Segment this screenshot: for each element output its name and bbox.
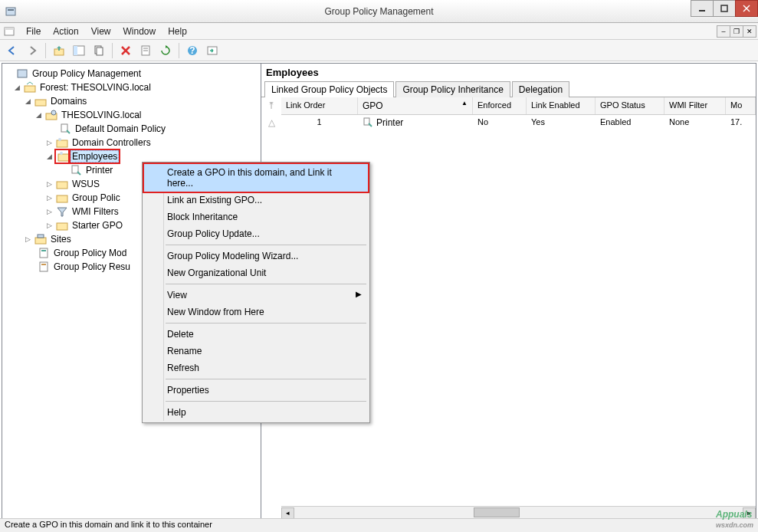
expand-icon[interactable]: ▷ bbox=[45, 194, 54, 202]
expand-icon[interactable]: ▷ bbox=[24, 235, 32, 244]
tree-domain[interactable]: ◢ THESOLVING.local bbox=[2, 108, 261, 122]
col-link-order[interactable]: Link Order bbox=[281, 97, 358, 114]
tree-forest[interactable]: ◢ Forest: THESOLVING.local bbox=[2, 80, 261, 94]
tab-delegation[interactable]: Delegation bbox=[512, 81, 569, 97]
scroll-left-button[interactable]: ◂ bbox=[281, 507, 294, 519]
ctx-new-ou[interactable]: New Organizational Unit bbox=[144, 264, 368, 281]
svg-rect-3 bbox=[721, 5, 727, 11]
collapse-icon[interactable]: ◢ bbox=[13, 84, 21, 92]
col-gpo[interactable]: GPO▲ bbox=[358, 97, 473, 114]
export-button[interactable] bbox=[203, 41, 221, 60]
status-bar: Create a GPO in this domain and link it … bbox=[0, 518, 758, 532]
menu-window[interactable]: Window bbox=[117, 25, 162, 38]
svg-rect-23 bbox=[35, 100, 46, 106]
ctx-rename[interactable]: Rename bbox=[144, 343, 368, 360]
tree-default-policy[interactable]: Default Domain Policy bbox=[2, 122, 261, 136]
submenu-arrow-icon: ▶ bbox=[356, 290, 362, 298]
cell-order: 1 bbox=[281, 115, 358, 130]
collapse-icon[interactable]: ◢ bbox=[34, 111, 43, 120]
expand-icon[interactable]: ▷ bbox=[45, 180, 54, 189]
svg-rect-33 bbox=[57, 195, 67, 202]
gpo-link-icon bbox=[70, 164, 82, 176]
svg-point-28 bbox=[58, 138, 61, 141]
ctx-delete[interactable]: Delete bbox=[144, 326, 368, 343]
ctx-create-gpo[interactable]: Create a GPO in this domain, and Link it… bbox=[144, 164, 368, 192]
mdi-restore-button[interactable]: ❐ bbox=[730, 25, 743, 38]
ou-icon bbox=[56, 150, 68, 163]
svg-rect-21 bbox=[18, 70, 27, 77]
collapse-icon[interactable]: ◢ bbox=[45, 153, 54, 161]
minimize-button[interactable] bbox=[691, 0, 714, 17]
svg-point-30 bbox=[60, 152, 63, 155]
domains-icon bbox=[34, 95, 47, 107]
maximize-button[interactable] bbox=[713, 0, 736, 17]
tab-linked-gpo[interactable]: Linked Group Policy Objects bbox=[264, 81, 394, 97]
show-tree-button[interactable] bbox=[70, 41, 88, 60]
svg-rect-29 bbox=[58, 154, 69, 161]
svg-rect-34 bbox=[57, 223, 67, 230]
cell-enforced: No bbox=[473, 115, 527, 130]
forward-button[interactable] bbox=[23, 41, 41, 60]
mdi-minimize-button[interactable]: – bbox=[717, 25, 730, 38]
ctx-gp-update[interactable]: Group Policy Update... bbox=[144, 225, 368, 242]
col-gpo-status[interactable]: GPO Status bbox=[596, 97, 664, 114]
folder-icon bbox=[56, 192, 68, 204]
mdi-close-button[interactable]: ✕ bbox=[743, 25, 756, 38]
svg-rect-27 bbox=[57, 140, 67, 147]
ctx-properties[interactable]: Properties bbox=[144, 382, 368, 399]
delete-button[interactable] bbox=[116, 41, 135, 60]
tree-domains[interactable]: ◢ Domains bbox=[2, 94, 261, 108]
ctx-view[interactable]: View▶ bbox=[144, 287, 368, 304]
close-button[interactable] bbox=[735, 0, 758, 17]
copy-button[interactable] bbox=[90, 41, 108, 60]
collapse-icon[interactable]: ◢ bbox=[24, 97, 32, 106]
window-title: Group Policy Management bbox=[0, 6, 758, 17]
refresh-button[interactable] bbox=[156, 41, 175, 60]
mmc-icon bbox=[3, 25, 15, 38]
properties-button[interactable] bbox=[136, 41, 155, 60]
grid-header: Link Order GPO▲ Enforced Link Enabled GP… bbox=[281, 97, 756, 115]
menu-action[interactable]: Action bbox=[47, 25, 84, 38]
ctx-refresh[interactable]: Refresh bbox=[144, 360, 368, 376]
expand-icon[interactable]: ▷ bbox=[45, 222, 54, 230]
svg-rect-32 bbox=[57, 182, 67, 189]
menu-help[interactable]: Help bbox=[162, 25, 193, 38]
expand-icon[interactable]: ▷ bbox=[45, 139, 54, 147]
menu-view[interactable]: View bbox=[85, 25, 117, 38]
titlebar: Group Policy Management bbox=[0, 0, 758, 23]
col-wmi-filter[interactable]: WMI Filter bbox=[664, 97, 726, 114]
move-top-button[interactable]: ⤒ bbox=[264, 99, 278, 113]
forest-icon bbox=[24, 81, 36, 94]
tab-inheritance[interactable]: Group Policy Inheritance bbox=[395, 81, 510, 97]
ctx-block-inheritance[interactable]: Block Inheritance bbox=[144, 209, 368, 225]
menu-file[interactable]: File bbox=[20, 25, 47, 38]
domain-icon bbox=[45, 109, 57, 121]
svg-rect-10 bbox=[74, 46, 77, 55]
col-enforced[interactable]: Enforced bbox=[473, 97, 527, 114]
ctx-modeling-wizard[interactable]: Group Policy Modeling Wizard... bbox=[144, 248, 368, 264]
table-row[interactable]: 1 Printer No Yes Enabled None 17. bbox=[281, 115, 756, 130]
col-modified[interactable]: Mo bbox=[726, 97, 756, 114]
help-button[interactable]: ? bbox=[183, 41, 202, 60]
details-title: Employees bbox=[261, 64, 756, 81]
col-link-enabled[interactable]: Link Enabled bbox=[527, 97, 596, 114]
tree-root[interactable]: Group Policy Management bbox=[2, 67, 261, 80]
back-button[interactable] bbox=[3, 41, 21, 60]
sort-asc-icon: ▲ bbox=[461, 100, 468, 107]
ctx-help[interactable]: Help bbox=[144, 404, 368, 421]
ou-icon bbox=[56, 178, 68, 190]
gpo-link-icon bbox=[363, 117, 373, 128]
scroll-thumb[interactable] bbox=[474, 507, 520, 517]
horizontal-scrollbar[interactable]: ◂ ▸ bbox=[281, 506, 756, 519]
up-folder-button[interactable] bbox=[50, 41, 68, 60]
menubar: File Action View Window Help – ❐ ✕ bbox=[0, 23, 758, 40]
move-up-button[interactable]: △ bbox=[264, 116, 278, 130]
context-menu: Create a GPO in this domain, and Link it… bbox=[142, 162, 370, 423]
ctx-link-gpo[interactable]: Link an Existing GPO... bbox=[144, 192, 368, 209]
cell-gpo: Printer bbox=[358, 115, 473, 130]
tree-domain-controllers[interactable]: ▷ Domain Controllers bbox=[2, 136, 261, 149]
expand-icon[interactable]: ▷ bbox=[45, 208, 54, 216]
ctx-new-window[interactable]: New Window from Here bbox=[144, 304, 368, 320]
gpm-icon bbox=[16, 67, 28, 80]
report-icon bbox=[38, 261, 50, 273]
